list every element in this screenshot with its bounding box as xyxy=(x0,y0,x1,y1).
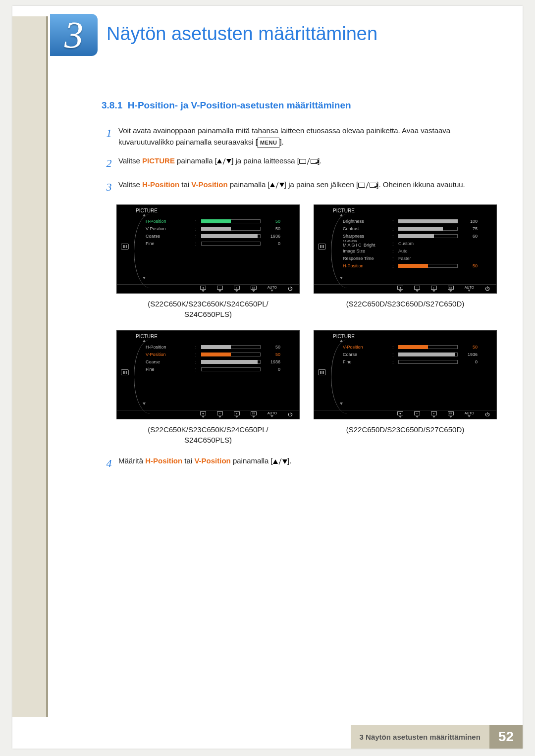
osd-panel-1: PICTUREH-Position:50V-Position:50Coarse:… xyxy=(116,204,300,294)
footer-page: 52 xyxy=(489,725,523,749)
menu-chip: MENU xyxy=(258,138,279,148)
triangle-up-icon xyxy=(270,183,275,187)
text: painamalla [ xyxy=(175,156,217,165)
hpos-label: H-Position xyxy=(145,456,182,465)
step-1: 1 Voit avata avainoppaan painamalla mitä… xyxy=(102,125,498,148)
chapter-title: Näytön asetusten määrittäminen xyxy=(107,23,377,45)
text: ]. Oheinen ikkuna avautuu. xyxy=(376,180,465,189)
triangle-down-icon xyxy=(282,459,287,464)
text: Määritä xyxy=(118,456,145,465)
osd-panel-4: PICTUREV-Position:50Coarse:1936Fine:0◂−+… xyxy=(314,330,497,419)
step-num-3: 3 xyxy=(102,179,116,196)
up-down-icons xyxy=(270,182,284,189)
triangle-up-icon xyxy=(273,459,278,464)
osd-panel-3: PICTUREH-Position:50V-Position:50Coarse:… xyxy=(116,330,300,419)
osd-panel-2: PICTUREBrightness:100Contrast:75Sharpnes… xyxy=(314,204,497,294)
text: tai xyxy=(179,180,191,189)
text: ]. xyxy=(287,456,291,465)
text: tai xyxy=(182,456,194,465)
sidebar-strip xyxy=(12,16,48,717)
text: Voit avata avainoppaan painamalla mitä t… xyxy=(118,126,450,146)
osd-row-1: PICTUREH-Position:50V-Position:50Coarse:… xyxy=(116,204,498,319)
osd-caption-2: (S22C650D/S23C650D/S27C650D) xyxy=(314,299,497,309)
vpos-label: V-Position xyxy=(194,456,230,465)
text: Valitse xyxy=(118,180,142,189)
subheading-text: H-Position- ja V-Position-asetusten määr… xyxy=(128,100,351,110)
osd-caption-3: (S22C650K/S23C650K/S24C650PL/S24C650PLS) xyxy=(116,424,300,445)
text: painamalla [ xyxy=(228,180,270,189)
rect-enter-icon xyxy=(370,183,376,188)
step-num-4: 4 xyxy=(102,455,116,472)
up-down-icons xyxy=(217,158,231,165)
osd-caption-1: (S22C650K/S23C650K/S24C650PL/S24C650PLS) xyxy=(116,299,300,319)
text: ] ja paina sen jälkeen [ xyxy=(284,180,358,189)
step-num-1: 1 xyxy=(102,125,116,148)
step-body-1: Voit avata avainoppaan painamalla mitä t… xyxy=(116,125,498,148)
rect-enter-icon xyxy=(311,159,318,164)
step-body-4: Määritä H-Position tai V-Position painam… xyxy=(116,455,498,472)
text: ] ja paina laitteessa [ xyxy=(231,156,299,165)
triangle-down-icon xyxy=(279,183,284,187)
legend-icons xyxy=(358,182,376,189)
footer: 3 Näytön asetusten määrittäminen 52 xyxy=(12,725,523,749)
step-4: 4 Määritä H-Position tai V-Position pain… xyxy=(102,455,498,472)
triangle-down-icon xyxy=(226,159,231,163)
legend-icons xyxy=(299,158,318,165)
hpos-label: H-Position xyxy=(142,180,179,189)
picture-label: PICTURE xyxy=(142,156,175,165)
footer-label: 3 Näytön asetusten määrittäminen xyxy=(351,725,489,749)
up-down-icons xyxy=(273,458,287,465)
subheading: 3.8.1 H-Position- ja V-Position-asetuste… xyxy=(102,100,498,111)
text: Valitse xyxy=(118,156,142,165)
osd-caption-4: (S22C650D/S23C650D/S27C650D) xyxy=(314,424,497,435)
osd-row-2: PICTUREH-Position:50V-Position:50Coarse:… xyxy=(116,330,498,445)
content: 3.8.1 H-Position- ja V-Position-asetuste… xyxy=(102,100,498,479)
step-3: 3 Valitse H-Position tai V-Position pain… xyxy=(102,179,498,196)
text: painamalla [ xyxy=(231,456,273,465)
text: ]. xyxy=(279,138,283,146)
rect-icon xyxy=(358,183,365,188)
vpos-label: V-Position xyxy=(191,180,227,189)
step-2: 2 Valitse PICTURE painamalla [] ja paina… xyxy=(102,155,498,172)
triangle-up-icon xyxy=(217,159,222,163)
chapter-number: 3 xyxy=(64,13,83,56)
page: 3 Näytön asetusten määrittäminen 3.8.1 H… xyxy=(12,6,523,749)
step-body-3: Valitse H-Position tai V-Position painam… xyxy=(116,179,498,196)
subheading-num: 3.8.1 xyxy=(102,100,122,110)
step-body-2: Valitse PICTURE painamalla [] ja paina l… xyxy=(116,155,498,172)
rect-icon xyxy=(299,159,306,164)
chapter-tab: 3 xyxy=(50,14,98,56)
step-num-2: 2 xyxy=(102,155,116,172)
